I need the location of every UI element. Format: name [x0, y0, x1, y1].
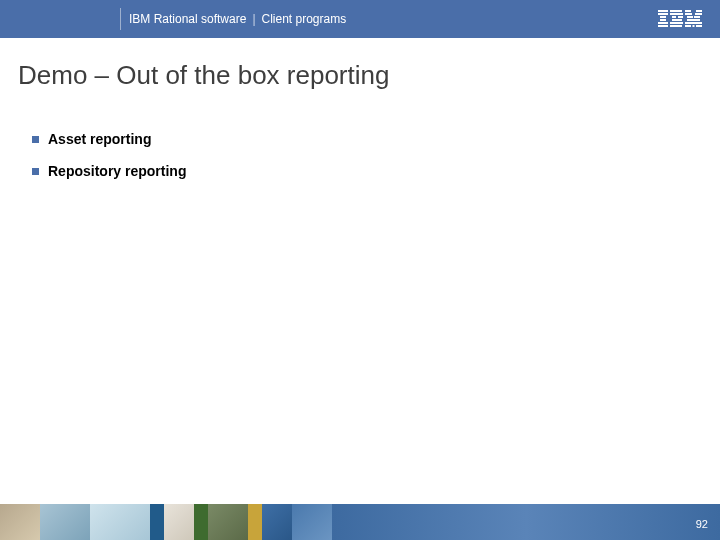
svg-rect-2	[660, 16, 666, 18]
header-separator: |	[252, 12, 255, 26]
svg-rect-15	[685, 13, 692, 15]
svg-rect-22	[685, 25, 691, 27]
slide-content: Demo – Out of the box reporting Asset re…	[0, 38, 720, 179]
svg-rect-25	[693, 25, 695, 27]
header-section: Client programs	[262, 12, 347, 26]
svg-rect-1	[658, 13, 668, 15]
svg-rect-16	[695, 13, 702, 15]
header-brand: IBM Rational software	[129, 12, 246, 26]
svg-rect-23	[696, 25, 702, 27]
svg-rect-5	[658, 25, 668, 27]
svg-rect-19	[687, 19, 700, 21]
svg-rect-13	[685, 10, 691, 12]
footer-tile	[332, 504, 720, 540]
svg-rect-0	[658, 10, 668, 12]
svg-rect-21	[695, 22, 702, 24]
header-divider	[120, 8, 121, 30]
svg-rect-14	[696, 10, 702, 12]
footer-tile	[150, 504, 164, 540]
svg-rect-7	[670, 13, 683, 15]
footer-tile	[164, 504, 194, 540]
svg-rect-18	[694, 16, 700, 18]
footer-tile	[0, 504, 40, 540]
svg-rect-17	[687, 16, 693, 18]
svg-rect-20	[685, 22, 692, 24]
footer-tile	[292, 504, 332, 540]
header-breadcrumb: IBM Rational software | Client programs	[128, 8, 346, 30]
ibm-logo-icon	[658, 10, 702, 28]
svg-rect-24	[692, 22, 695, 24]
svg-rect-12	[670, 25, 682, 27]
footer-tile	[90, 504, 150, 540]
list-item: Repository reporting	[32, 163, 702, 179]
footer-tile	[40, 504, 90, 540]
svg-rect-10	[672, 19, 682, 21]
svg-rect-4	[658, 22, 668, 24]
footer-tile	[194, 504, 208, 540]
svg-rect-11	[670, 22, 683, 24]
bullet-list: Asset reporting Repository reporting	[18, 131, 702, 179]
footer-image-band	[0, 504, 720, 540]
slide-title: Demo – Out of the box reporting	[18, 60, 702, 91]
svg-rect-9	[678, 16, 683, 18]
svg-rect-8	[672, 16, 676, 18]
list-item: Asset reporting	[32, 131, 702, 147]
svg-rect-6	[670, 10, 682, 12]
page-number: 92	[696, 518, 708, 530]
svg-rect-3	[660, 19, 666, 21]
footer-tile	[262, 504, 292, 540]
footer-tile	[208, 504, 248, 540]
footer: 92	[0, 494, 720, 540]
header-bar: IBM Rational software | Client programs	[0, 0, 720, 38]
footer-tile	[248, 504, 262, 540]
